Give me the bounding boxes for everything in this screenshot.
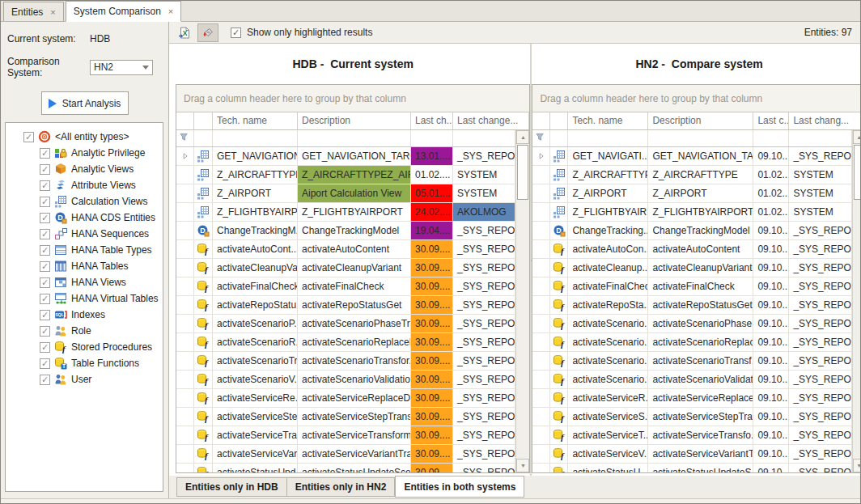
table-row[interactable]: D ChangeTracking... ChangeTrackingModel … xyxy=(532,222,851,240)
row-expander-icon[interactable] xyxy=(537,152,545,160)
table-row[interactable]: Z_AIRCRAFTTYPE Z_AIRCRAFTTYPE 01.02... S… xyxy=(532,166,851,184)
tree-item[interactable]: ✓ HANA Sequences xyxy=(6,226,163,242)
hn2-scrollbar[interactable]: ▲ ▼ xyxy=(852,130,861,472)
filter-input[interactable] xyxy=(194,130,213,146)
scroll-up-icon[interactable]: ▲ xyxy=(516,130,529,144)
column-header[interactable] xyxy=(532,112,550,129)
tree-item-checkbox[interactable]: ✓ xyxy=(40,326,50,337)
column-header[interactable] xyxy=(176,112,194,129)
export-to-excel-button[interactable]: X xyxy=(174,23,195,42)
filter-input[interactable] xyxy=(298,130,411,146)
column-header[interactable]: Last ch... xyxy=(411,112,453,129)
tree-item-checkbox[interactable]: ✓ xyxy=(40,358,50,369)
hdb-scrollbar[interactable]: ▲ ▼ xyxy=(515,130,529,472)
tree-item[interactable]: ✓ Analytic Privilege xyxy=(6,145,163,161)
table-row[interactable]: Z_AIRCRAFTTYPE Z_AIRCRAFTTYPEZ_AIR... 01… xyxy=(176,166,515,184)
table-row[interactable]: Z_AIRPORT Aiport Calculation View 05.01.… xyxy=(176,184,515,203)
tree-item-checkbox[interactable]: ✓ xyxy=(40,229,50,239)
table-row[interactable]: f activateScenario... activateScenarioVa… xyxy=(532,371,851,389)
bottom-tab-0[interactable]: Entities only in HDB xyxy=(176,477,287,497)
tree-item[interactable]: ✓ Attribute Views xyxy=(6,177,163,193)
tree-item[interactable]: ✓ D HANA CDS Entities xyxy=(6,210,163,226)
tree-item-checkbox[interactable]: ✓ xyxy=(40,164,50,175)
table-row[interactable]: f activateServiceR... activateServiceRep… xyxy=(532,389,851,408)
tree-item-checkbox[interactable]: ✓ xyxy=(40,148,50,159)
table-row[interactable]: D ChangeTrackingM... ChangeTrackingModel… xyxy=(176,222,515,240)
filter-input[interactable] xyxy=(753,130,789,146)
column-header[interactable]: Last chang... xyxy=(789,112,861,129)
table-row[interactable]: GET_NAVIGATION... GET_NAVIGATION_TARG...… xyxy=(176,147,515,166)
tree-item-checkbox[interactable]: ✓ xyxy=(40,261,50,272)
bottom-tab-1[interactable]: Entities only in HN2 xyxy=(287,477,396,497)
start-analysis-button[interactable]: Start Analysis xyxy=(41,91,129,115)
table-row[interactable]: f activateCleanupVa... activateCleanupVa… xyxy=(176,259,515,277)
tree-item-checkbox[interactable]: ✓ xyxy=(40,197,50,207)
filter-cell[interactable] xyxy=(176,130,194,146)
tree-item-checkbox[interactable]: ✓ xyxy=(23,132,34,142)
tab-system-comparison[interactable]: System Comparison × xyxy=(66,1,181,22)
tree-item[interactable]: ✓ HANA Tables xyxy=(6,258,163,274)
table-row[interactable]: f activateScenario... activateScenarioPh… xyxy=(532,315,851,333)
table-row[interactable]: f activateServiceTra... activateServiceT… xyxy=(176,426,515,445)
filter-input[interactable] xyxy=(648,130,753,146)
column-header[interactable]: Description xyxy=(648,112,753,129)
row-expander-icon[interactable] xyxy=(181,152,189,160)
table-row[interactable]: f activateServiceVar... activateServiceV… xyxy=(176,445,515,464)
column-header[interactable]: Last c... xyxy=(753,112,789,129)
filter-input[interactable] xyxy=(550,130,568,146)
table-row[interactable]: f activateStatusU... activateStatusUpdat… xyxy=(532,464,851,473)
filter-cell[interactable] xyxy=(532,130,550,146)
tree-item-checkbox[interactable]: ✓ xyxy=(40,277,50,288)
tab-system-comparison-close-icon[interactable]: × xyxy=(168,6,173,16)
bottom-tab-2[interactable]: Entities in both systems xyxy=(395,476,524,498)
scrollbar-thumb[interactable] xyxy=(854,145,861,200)
tree-item[interactable]: ✓ SQL Indexes xyxy=(6,307,163,323)
tree-item[interactable]: ✓ User xyxy=(6,371,163,388)
table-row[interactable]: f activateScenario... activateScenarioTr… xyxy=(532,352,851,371)
table-row[interactable]: f activateStatusUpd... activateStatusUpd… xyxy=(176,464,515,473)
table-row[interactable]: f activateServiceS... activateServiceSte… xyxy=(532,408,851,426)
table-row[interactable]: f activateFinalCheck activateFinalCheck … xyxy=(532,277,851,296)
filter-input[interactable] xyxy=(789,130,851,146)
table-row[interactable]: f activateScenarioP... activateScenarioP… xyxy=(176,315,515,333)
comparison-system-dropdown[interactable]: HN2 xyxy=(90,60,153,75)
tree-item[interactable]: ✓ <All entity types> xyxy=(6,129,163,145)
show-highlighted-checkbox[interactable]: ✓ xyxy=(231,28,241,38)
tree-item[interactable]: ✓ T Table Functions xyxy=(6,355,163,371)
table-row[interactable]: f activateScenarioR... activateScenarioR… xyxy=(176,333,515,352)
column-header[interactable]: Tech. name xyxy=(568,112,648,129)
column-header[interactable]: Last change... xyxy=(453,112,529,129)
table-row[interactable]: f activateServiceT... activateServiceTra… xyxy=(532,426,851,445)
table-row[interactable]: f activateScenario... activateScenarioRe… xyxy=(532,333,851,352)
hdb-group-by-bar[interactable]: Drag a column header here to group by th… xyxy=(176,85,529,112)
scrollbar-thumb[interactable] xyxy=(517,145,528,200)
tree-item-checkbox[interactable]: ✓ xyxy=(40,294,50,304)
tree-item[interactable]: ✓ HANA Views xyxy=(6,274,163,290)
table-row[interactable]: f activateRepoSta... activateRepoStatusG… xyxy=(532,296,851,315)
table-row[interactable]: GET_NAVIGATI... GET_NAVIGATION_TA... 09.… xyxy=(532,147,851,166)
table-row[interactable]: f activateScenarioTr... activateScenario… xyxy=(176,352,515,371)
table-row[interactable]: f activateCleanup... activateCleanupVari… xyxy=(532,259,851,277)
tree-item-checkbox[interactable]: ✓ xyxy=(40,245,50,256)
hn2-group-by-bar[interactable]: Drag a column header here to group by th… xyxy=(532,85,861,112)
column-header[interactable] xyxy=(550,112,568,129)
tree-item[interactable]: ✓ Analytic Views xyxy=(6,161,163,177)
table-row[interactable]: Z_FLIGHTBYAIR... Z_FLIGHTBYAIRPORT 01.02… xyxy=(532,203,851,222)
filter-input[interactable] xyxy=(213,130,298,146)
tree-item-checkbox[interactable]: ✓ xyxy=(40,213,50,223)
table-row[interactable]: Z_FLIGHTBYAIRP... Z_FLIGHTBYAIRPORT 24.0… xyxy=(176,203,515,222)
scroll-up-icon[interactable]: ▲ xyxy=(853,130,861,144)
column-header[interactable]: Description xyxy=(298,112,411,129)
table-row[interactable]: f activateAutoCont... activateAutoConten… xyxy=(176,240,515,259)
table-row[interactable]: f activateServiceRe... activateServiceRe… xyxy=(176,389,515,408)
tree-item[interactable]: ✓ Role xyxy=(6,323,163,339)
table-row[interactable]: f activateServiceSte... activateServiceS… xyxy=(176,408,515,426)
highlight-results-button[interactable] xyxy=(197,23,218,42)
tree-item[interactable]: ✓ Calculation Views xyxy=(6,193,163,210)
filter-input[interactable] xyxy=(568,130,648,146)
tab-entities[interactable]: Entities × xyxy=(3,2,64,21)
filter-input[interactable] xyxy=(411,130,453,146)
scroll-down-icon[interactable]: ▼ xyxy=(516,459,529,472)
table-row[interactable]: f activateServiceV... activateServiceVar… xyxy=(532,445,851,464)
scroll-down-icon[interactable]: ▼ xyxy=(853,459,861,472)
